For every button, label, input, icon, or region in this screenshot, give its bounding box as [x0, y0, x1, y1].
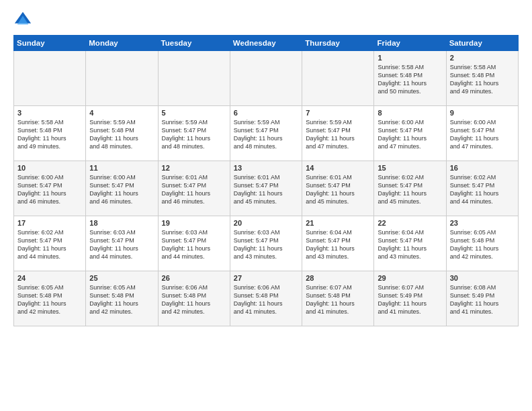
page: SundayMondayTuesdayWednesdayThursdayFrid…: [0, 0, 532, 333]
day-number: 4: [89, 109, 154, 117]
logo: [13, 11, 35, 30]
calendar-day-cell: 9Sunrise: 6:00 AM Sunset: 5:47 PM Daylig…: [446, 106, 518, 161]
weekday-header-sunday: Sunday: [14, 36, 86, 51]
calendar-day-cell: 12Sunrise: 6:01 AM Sunset: 5:47 PM Dayli…: [158, 161, 230, 216]
calendar-day-cell: 21Sunrise: 6:04 AM Sunset: 5:47 PM Dayli…: [302, 216, 374, 271]
header: [13, 11, 519, 30]
day-info: Sunrise: 6:00 AM Sunset: 5:47 PM Dayligh…: [378, 118, 442, 151]
day-info: Sunrise: 6:07 AM Sunset: 5:49 PM Dayligh…: [378, 283, 442, 316]
day-number: 17: [17, 219, 82, 227]
calendar-day-cell: 16Sunrise: 6:02 AM Sunset: 5:47 PM Dayli…: [446, 161, 518, 216]
empty-day-cell: [86, 51, 158, 106]
day-number: 2: [450, 54, 515, 62]
calendar-day-cell: 8Sunrise: 6:00 AM Sunset: 5:47 PM Daylig…: [374, 106, 446, 161]
calendar-day-cell: 25Sunrise: 6:05 AM Sunset: 5:48 PM Dayli…: [86, 271, 158, 326]
calendar-day-cell: 29Sunrise: 6:07 AM Sunset: 5:49 PM Dayli…: [374, 271, 446, 326]
calendar-day-cell: 28Sunrise: 6:07 AM Sunset: 5:48 PM Dayli…: [302, 271, 374, 326]
day-info: Sunrise: 6:02 AM Sunset: 5:47 PM Dayligh…: [378, 173, 442, 206]
calendar-day-cell: 18Sunrise: 6:03 AM Sunset: 5:47 PM Dayli…: [86, 216, 158, 271]
weekday-header-saturday: Saturday: [446, 36, 518, 51]
calendar-day-cell: 17Sunrise: 6:02 AM Sunset: 5:47 PM Dayli…: [14, 216, 86, 271]
calendar-day-cell: 4Sunrise: 5:59 AM Sunset: 5:48 PM Daylig…: [86, 106, 158, 161]
day-number: 29: [378, 274, 442, 282]
weekday-header-thursday: Thursday: [302, 36, 374, 51]
day-info: Sunrise: 5:59 AM Sunset: 5:47 PM Dayligh…: [306, 118, 370, 151]
calendar-day-cell: 10Sunrise: 6:00 AM Sunset: 5:47 PM Dayli…: [14, 161, 86, 216]
day-number: 11: [89, 164, 154, 172]
day-info: Sunrise: 5:59 AM Sunset: 5:48 PM Dayligh…: [89, 118, 154, 151]
calendar-day-cell: 5Sunrise: 5:59 AM Sunset: 5:47 PM Daylig…: [158, 106, 230, 161]
weekday-header-tuesday: Tuesday: [158, 36, 230, 51]
calendar-week-row: 1Sunrise: 5:58 AM Sunset: 5:48 PM Daylig…: [14, 51, 519, 106]
calendar-week-row: 17Sunrise: 6:02 AM Sunset: 5:47 PM Dayli…: [14, 216, 519, 271]
day-number: 12: [162, 164, 226, 172]
day-number: 1: [378, 54, 442, 62]
day-number: 19: [162, 219, 226, 227]
day-number: 25: [89, 274, 154, 282]
day-number: 7: [306, 109, 370, 117]
day-number: 21: [306, 219, 370, 227]
calendar-day-cell: 22Sunrise: 6:04 AM Sunset: 5:47 PM Dayli…: [374, 216, 446, 271]
day-number: 5: [162, 109, 226, 117]
day-number: 24: [17, 274, 82, 282]
day-number: 30: [450, 274, 515, 282]
day-number: 27: [234, 274, 298, 282]
day-info: Sunrise: 6:01 AM Sunset: 5:47 PM Dayligh…: [234, 173, 298, 206]
day-info: Sunrise: 5:58 AM Sunset: 5:48 PM Dayligh…: [17, 118, 82, 151]
day-number: 6: [234, 109, 298, 117]
empty-day-cell: [302, 51, 374, 106]
day-number: 9: [450, 109, 515, 117]
day-info: Sunrise: 6:01 AM Sunset: 5:47 PM Dayligh…: [162, 173, 226, 206]
day-number: 8: [378, 109, 442, 117]
calendar-week-row: 3Sunrise: 5:58 AM Sunset: 5:48 PM Daylig…: [14, 106, 519, 161]
logo-icon: [13, 11, 32, 30]
day-number: 13: [234, 164, 298, 172]
calendar-day-cell: 30Sunrise: 6:08 AM Sunset: 5:49 PM Dayli…: [446, 271, 518, 326]
calendar-day-cell: 26Sunrise: 6:06 AM Sunset: 5:48 PM Dayli…: [158, 271, 230, 326]
calendar-day-cell: 13Sunrise: 6:01 AM Sunset: 5:47 PM Dayli…: [230, 161, 302, 216]
day-info: Sunrise: 5:59 AM Sunset: 5:47 PM Dayligh…: [162, 118, 226, 151]
day-info: Sunrise: 5:59 AM Sunset: 5:47 PM Dayligh…: [234, 118, 298, 151]
day-info: Sunrise: 6:00 AM Sunset: 5:47 PM Dayligh…: [89, 173, 154, 206]
day-number: 3: [17, 109, 82, 117]
calendar-day-cell: 11Sunrise: 6:00 AM Sunset: 5:47 PM Dayli…: [86, 161, 158, 216]
day-info: Sunrise: 6:02 AM Sunset: 5:47 PM Dayligh…: [450, 173, 515, 206]
calendar-day-cell: 1Sunrise: 5:58 AM Sunset: 5:48 PM Daylig…: [374, 51, 446, 106]
day-info: Sunrise: 6:05 AM Sunset: 5:48 PM Dayligh…: [89, 283, 154, 316]
calendar-table: SundayMondayTuesdayWednesdayThursdayFrid…: [13, 35, 519, 326]
day-number: 23: [450, 219, 515, 227]
day-number: 26: [162, 274, 226, 282]
weekday-header-wednesday: Wednesday: [230, 36, 302, 51]
calendar-day-cell: 20Sunrise: 6:03 AM Sunset: 5:47 PM Dayli…: [230, 216, 302, 271]
day-number: 28: [306, 274, 370, 282]
calendar-day-cell: 2Sunrise: 5:58 AM Sunset: 5:48 PM Daylig…: [446, 51, 518, 106]
day-info: Sunrise: 6:02 AM Sunset: 5:47 PM Dayligh…: [17, 228, 82, 261]
day-info: Sunrise: 6:06 AM Sunset: 5:48 PM Dayligh…: [234, 283, 298, 316]
empty-day-cell: [230, 51, 302, 106]
day-info: Sunrise: 6:06 AM Sunset: 5:48 PM Dayligh…: [162, 283, 226, 316]
day-info: Sunrise: 6:00 AM Sunset: 5:47 PM Dayligh…: [17, 173, 82, 206]
day-info: Sunrise: 6:08 AM Sunset: 5:49 PM Dayligh…: [450, 283, 515, 316]
calendar-day-cell: 24Sunrise: 6:05 AM Sunset: 5:48 PM Dayli…: [14, 271, 86, 326]
calendar-day-cell: 19Sunrise: 6:03 AM Sunset: 5:47 PM Dayli…: [158, 216, 230, 271]
calendar-day-cell: 7Sunrise: 5:59 AM Sunset: 5:47 PM Daylig…: [302, 106, 374, 161]
calendar-day-cell: 3Sunrise: 5:58 AM Sunset: 5:48 PM Daylig…: [14, 106, 86, 161]
empty-day-cell: [158, 51, 230, 106]
calendar-week-row: 10Sunrise: 6:00 AM Sunset: 5:47 PM Dayli…: [14, 161, 519, 216]
day-info: Sunrise: 6:04 AM Sunset: 5:47 PM Dayligh…: [378, 228, 442, 261]
day-info: Sunrise: 6:01 AM Sunset: 5:47 PM Dayligh…: [306, 173, 370, 206]
day-info: Sunrise: 5:58 AM Sunset: 5:48 PM Dayligh…: [378, 63, 442, 96]
day-info: Sunrise: 6:07 AM Sunset: 5:48 PM Dayligh…: [306, 283, 370, 316]
calendar-day-cell: 6Sunrise: 5:59 AM Sunset: 5:47 PM Daylig…: [230, 106, 302, 161]
calendar-header-row: SundayMondayTuesdayWednesdayThursdayFrid…: [14, 36, 519, 51]
day-info: Sunrise: 6:03 AM Sunset: 5:47 PM Dayligh…: [234, 228, 298, 261]
calendar-day-cell: 23Sunrise: 6:05 AM Sunset: 5:48 PM Dayli…: [446, 216, 518, 271]
day-info: Sunrise: 6:05 AM Sunset: 5:48 PM Dayligh…: [450, 228, 515, 261]
day-number: 22: [378, 219, 442, 227]
day-info: Sunrise: 6:05 AM Sunset: 5:48 PM Dayligh…: [17, 283, 82, 316]
day-number: 16: [450, 164, 515, 172]
empty-day-cell: [14, 51, 86, 106]
weekday-header-friday: Friday: [374, 36, 446, 51]
day-number: 20: [234, 219, 298, 227]
calendar-day-cell: 15Sunrise: 6:02 AM Sunset: 5:47 PM Dayli…: [374, 161, 446, 216]
